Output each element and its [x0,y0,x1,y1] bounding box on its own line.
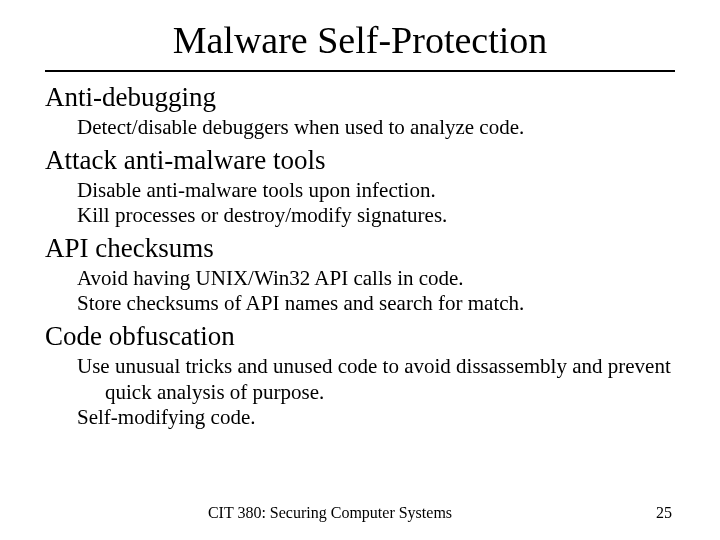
section-heading-0: Anti-debugging [45,82,675,113]
section-body-1: Disable anti-malware tools upon infectio… [77,178,675,229]
section-heading-3: Code obfuscation [45,321,675,352]
section-body-3: Use unusual tricks and unused code to av… [77,354,675,431]
section-line: Detect/disable debuggers when used to an… [77,115,675,141]
section-line: Avoid having UNIX/Win32 API calls in cod… [77,266,675,292]
footer-page-number: 25 [656,504,672,522]
section-line: Kill processes or destroy/modify signatu… [77,203,675,229]
title-underline [45,70,675,72]
section-line: Use unusual tricks and unused code to av… [77,354,675,405]
section-line: Self-modifying code. [77,405,675,431]
section-line: Store checksums of API names and search … [77,291,675,317]
section-line: Disable anti-malware tools upon infectio… [77,178,675,204]
section-body-2: Avoid having UNIX/Win32 API calls in cod… [77,266,675,317]
footer-course: CIT 380: Securing Computer Systems [0,504,660,522]
section-heading-2: API checksums [45,233,675,264]
slide-title: Malware Self-Protection [45,18,675,62]
section-body-0: Detect/disable debuggers when used to an… [77,115,675,141]
slide-footer: CIT 380: Securing Computer Systems 25 [0,504,720,522]
section-heading-1: Attack anti-malware tools [45,145,675,176]
